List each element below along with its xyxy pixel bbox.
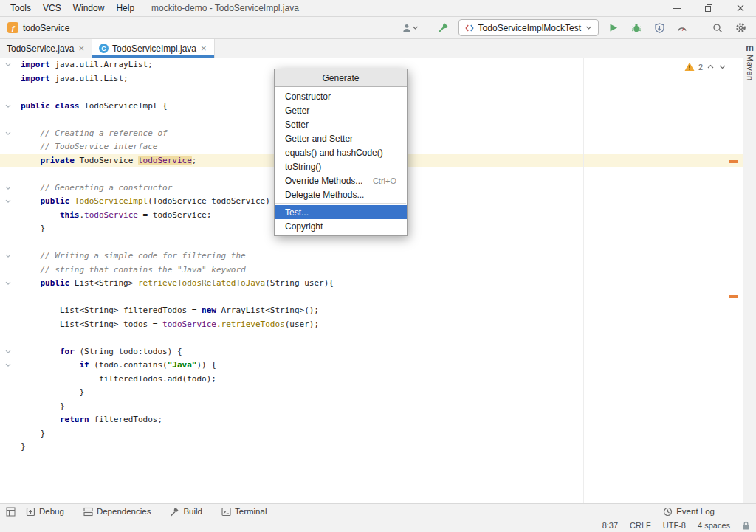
code-line[interactable] bbox=[0, 331, 743, 345]
toolwindow-button-dependencies[interactable]: Dependencies bbox=[83, 507, 151, 517]
build-project-button[interactable] bbox=[436, 20, 452, 36]
menu-help[interactable]: Help bbox=[110, 1, 140, 15]
test-config-icon bbox=[465, 24, 474, 32]
code-text: } bbox=[21, 441, 26, 455]
code-text: import java.util.List; bbox=[21, 72, 128, 86]
maven-icon: m bbox=[746, 44, 754, 52]
gutter bbox=[0, 72, 21, 86]
window-controls bbox=[661, 0, 756, 17]
menu-window[interactable]: Window bbox=[67, 1, 111, 15]
code-line[interactable]: } bbox=[0, 441, 743, 455]
debug-button[interactable] bbox=[628, 20, 645, 36]
bug-icon bbox=[631, 23, 642, 33]
gutter bbox=[0, 100, 21, 114]
close-button[interactable] bbox=[724, 0, 756, 16]
caret-position[interactable]: 8:37 bbox=[602, 521, 618, 530]
popup-item-override-methods[interactable]: Override Methods...Ctrl+O bbox=[275, 173, 407, 187]
warning-stripe-mark[interactable] bbox=[729, 160, 738, 163]
code-line[interactable]: List<String> todos = todoService.retriev… bbox=[0, 318, 743, 332]
popup-item-label: Constructor bbox=[285, 91, 331, 102]
run-configuration-label: TodoServiceImplMockTest bbox=[478, 23, 581, 33]
gutter bbox=[0, 441, 21, 455]
code-line[interactable] bbox=[0, 236, 743, 250]
user-icon bbox=[402, 23, 412, 33]
coverage-button[interactable] bbox=[651, 20, 667, 36]
tool-windows-grid-icon[interactable] bbox=[6, 507, 16, 517]
code-line[interactable]: } bbox=[0, 400, 743, 414]
popup-item-label: Getter bbox=[285, 106, 309, 116]
close-icon[interactable]: × bbox=[200, 44, 207, 53]
user-account-button[interactable] bbox=[402, 20, 419, 36]
code-text: List<String> filteredTodos = new ArrayLi… bbox=[21, 304, 319, 318]
code-line[interactable]: // string that contains the "Java" keywo… bbox=[0, 263, 743, 277]
code-line[interactable]: for (String todo:todos) { bbox=[0, 345, 743, 359]
file-encoding[interactable]: UTF-8 bbox=[663, 521, 686, 530]
debug-tool-icon bbox=[26, 507, 35, 517]
minimize-icon bbox=[673, 4, 681, 12]
minimize-button[interactable] bbox=[661, 0, 693, 16]
toolwindow-button-terminal[interactable]: Terminal bbox=[221, 507, 267, 517]
code-text: if (todo.contains("Java")) { bbox=[21, 359, 216, 373]
popup-item-tostring[interactable]: toString() bbox=[275, 159, 407, 173]
code-line[interactable]: if (todo.contains("Java")) { bbox=[0, 359, 743, 373]
popup-item-label: Test... bbox=[285, 207, 309, 218]
tab-label: TodoService.java bbox=[7, 44, 74, 54]
previous-warning-chevron-up-icon[interactable] bbox=[707, 63, 715, 71]
popup-item-label: Override Methods... bbox=[285, 176, 362, 186]
code-line[interactable]: filteredTodos.add(todo); bbox=[0, 373, 743, 387]
gutter bbox=[0, 263, 21, 277]
run-configuration-select[interactable]: TodoServiceImplMockTest bbox=[458, 19, 599, 36]
popup-item-copyright[interactable]: Copyright bbox=[275, 219, 407, 233]
generate-popup-title: Generate bbox=[275, 69, 407, 87]
search-icon bbox=[712, 23, 723, 33]
popup-item-setter[interactable]: Setter bbox=[275, 117, 407, 131]
close-icon[interactable]: × bbox=[78, 44, 85, 53]
popup-item-label: Setter bbox=[285, 120, 309, 130]
toolwindow-button-label: Debug bbox=[39, 507, 64, 516]
right-tool-window-bar: m Maven bbox=[743, 39, 756, 503]
popup-item-test[interactable]: Test... bbox=[275, 205, 407, 219]
toolwindow-button-label: Dependencies bbox=[97, 507, 151, 516]
popup-item-getter[interactable]: Getter bbox=[275, 103, 407, 117]
search-everywhere-button[interactable] bbox=[709, 20, 726, 36]
inspections-widget[interactable]: 2 bbox=[684, 62, 726, 72]
gutter bbox=[0, 58, 21, 72]
code-line[interactable] bbox=[0, 291, 743, 305]
coverage-shield-icon bbox=[655, 23, 664, 33]
toolwindow-button-build[interactable]: Build bbox=[170, 507, 202, 517]
lock-icon[interactable] bbox=[742, 521, 750, 531]
indent-setting[interactable]: 4 spaces bbox=[698, 521, 730, 530]
code-line[interactable]: } bbox=[0, 427, 743, 441]
popup-item-delegate-methods[interactable]: Delegate Methods... bbox=[275, 187, 407, 201]
toolwindow-button-debug[interactable]: Debug bbox=[26, 507, 64, 517]
code-line[interactable]: List<String> filteredTodos = new ArrayLi… bbox=[0, 304, 743, 318]
code-line[interactable]: // Writing a simple code for filtering t… bbox=[0, 249, 743, 263]
menu-tools[interactable]: Tools bbox=[4, 1, 37, 15]
menu-separator bbox=[275, 203, 406, 204]
project-selector[interactable]: f todoService bbox=[7, 22, 69, 33]
popup-item-equals-and-hashcode[interactable]: equals() and hashCode() bbox=[275, 145, 407, 159]
code-line[interactable]: return filteredTodos; bbox=[0, 413, 743, 427]
settings-button[interactable] bbox=[732, 20, 749, 36]
menu-vcs[interactable]: VCS bbox=[37, 1, 67, 15]
maven-tool-button[interactable]: m Maven bbox=[746, 44, 755, 81]
warning-stripe-mark[interactable] bbox=[729, 295, 738, 298]
tab-todoservice-java[interactable]: TodoService.java× bbox=[0, 39, 92, 58]
profiler-button[interactable] bbox=[674, 20, 690, 36]
menu-bar: ToolsVCSWindowHelp bbox=[0, 1, 140, 15]
gutter bbox=[0, 222, 21, 236]
popup-item-label: toString() bbox=[285, 162, 321, 172]
code-text: public class TodoServiceImpl { bbox=[21, 100, 168, 114]
event-log-button[interactable]: Event Log bbox=[663, 507, 750, 517]
popup-item-getter-and-setter[interactable]: Getter and Setter bbox=[275, 131, 407, 145]
run-button[interactable] bbox=[605, 20, 622, 36]
maximize-button[interactable] bbox=[693, 0, 724, 16]
next-warning-chevron-down-icon[interactable] bbox=[718, 63, 726, 71]
gutter bbox=[0, 167, 21, 182]
tab-todoserviceimpl-java[interactable]: CTodoServiceImpl.java× bbox=[92, 39, 215, 58]
code-line[interactable]: public List<String> retrieveTodosRelated… bbox=[0, 277, 743, 291]
popup-item-constructor[interactable]: Constructor bbox=[275, 89, 407, 103]
code-line[interactable]: } bbox=[0, 386, 743, 400]
line-separator[interactable]: CRLF bbox=[630, 521, 651, 530]
dependencies-icon bbox=[83, 507, 93, 517]
